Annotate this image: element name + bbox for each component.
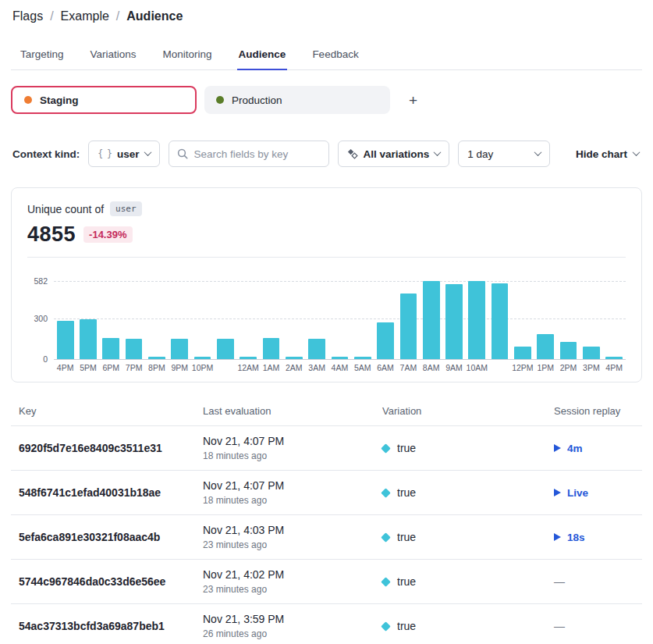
chevron-down-icon bbox=[434, 148, 442, 156]
y-tick-label: 0 bbox=[43, 354, 48, 364]
x-tick-label: 5AM bbox=[351, 363, 374, 372]
table-row[interactable]: 54ac37313bcfd3a69a87beb1Nov 21, 3:59 PM2… bbox=[11, 604, 642, 644]
x-tick-label: 3PM bbox=[580, 363, 602, 372]
table-row[interactable]: 6920f5d7e16e8409c3511e31Nov 21, 4:07 PM1… bbox=[11, 426, 642, 471]
search-field[interactable] bbox=[169, 141, 329, 167]
row-last-evaluation: Nov 21, 4:02 PM23 minutes ago bbox=[203, 568, 382, 595]
breadcrumb-separator: / bbox=[50, 9, 53, 23]
variation-value: true bbox=[397, 575, 416, 588]
variation-value: true bbox=[397, 620, 416, 632]
variation-diamond-icon bbox=[381, 621, 391, 632]
evaluation-time: Nov 21, 4:03 PM bbox=[203, 524, 382, 536]
tab-audience[interactable]: Audience bbox=[237, 42, 288, 69]
table-row[interactable]: 5efa6ca891e30321f08aac4bNov 21, 4:03 PM2… bbox=[11, 515, 642, 560]
context-kind-dropdown[interactable]: { } user bbox=[88, 141, 159, 167]
chart-bar-3pm-23 bbox=[583, 347, 600, 359]
row-key: 6920f5d7e16e8409c3511e31 bbox=[19, 442, 203, 454]
context-kind-badge: user bbox=[110, 201, 142, 216]
chart-bar-2am-10 bbox=[286, 357, 303, 359]
gridline bbox=[54, 359, 626, 360]
variation-value: true bbox=[397, 531, 416, 543]
staging-env-label: Staging bbox=[40, 94, 79, 106]
table-row[interactable]: 5744c967846da0c33d6e56eeNov 21, 4:02 PM2… bbox=[11, 560, 642, 604]
row-key: 54ac37313bcfd3a69a87beb1 bbox=[19, 620, 203, 632]
tab-feedback[interactable]: Feedback bbox=[311, 42, 360, 69]
x-tick-label: 10AM bbox=[466, 363, 488, 372]
evaluation-time: Nov 21, 4:07 PM bbox=[203, 435, 382, 447]
table-body: 6920f5d7e16e8409c3511e31Nov 21, 4:07 PM1… bbox=[11, 426, 642, 644]
x-tick-label: 1AM bbox=[260, 363, 282, 372]
chevron-down-icon bbox=[534, 148, 542, 156]
production-env-dot bbox=[216, 96, 224, 104]
chart-bar-8pm-4 bbox=[148, 357, 165, 359]
table-header: KeyLast evaluationVariationSession repla… bbox=[11, 397, 642, 426]
env-production-button[interactable]: Production bbox=[204, 86, 390, 114]
table-row[interactable]: 548f6741c1efad40031b18aeNov 21, 4:07 PM1… bbox=[11, 471, 642, 515]
variation-value: true bbox=[397, 442, 416, 454]
session-replay-link[interactable]: 18s bbox=[567, 532, 585, 543]
column-header-last-evaluation: Last evaluation bbox=[203, 405, 382, 417]
count-row: 4855 -14.39% bbox=[27, 222, 626, 247]
delta-badge: -14.39% bbox=[83, 226, 132, 243]
audience-table: KeyLast evaluationVariationSession repla… bbox=[11, 397, 642, 644]
hide-chart-toggle[interactable]: Hide chart bbox=[573, 148, 642, 160]
search-input[interactable] bbox=[194, 148, 321, 160]
breadcrumb-flags[interactable]: Flags bbox=[12, 9, 43, 23]
chart-bar-6am-14 bbox=[377, 322, 394, 359]
breadcrumb: Flags / Example / Audience bbox=[11, 8, 642, 23]
chevron-down-icon bbox=[633, 148, 641, 156]
environment-switcher: Staging Production + bbox=[11, 86, 642, 114]
breadcrumb-separator: / bbox=[116, 9, 119, 23]
no-replay-dash: — bbox=[554, 575, 565, 588]
context-kind-label: Context kind: bbox=[11, 148, 80, 160]
tab-monitoring[interactable]: Monitoring bbox=[161, 42, 214, 69]
row-session-replay: 4m bbox=[554, 443, 634, 454]
row-variation: true bbox=[382, 575, 554, 588]
chevron-down-icon bbox=[144, 148, 151, 156]
plot-area bbox=[54, 281, 626, 359]
column-header-key: Key bbox=[19, 405, 203, 417]
context-kind-value: user bbox=[117, 148, 140, 160]
variation-diamond-icon bbox=[381, 532, 391, 543]
unique-count-value: 4855 bbox=[27, 222, 76, 247]
time-range-select[interactable]: 1 day bbox=[458, 141, 550, 167]
hide-chart-label: Hide chart bbox=[576, 148, 627, 160]
row-variation: true bbox=[382, 442, 554, 454]
x-tick-label: 8AM bbox=[420, 363, 442, 372]
chart-bar-5am-13 bbox=[354, 357, 371, 359]
card-divider bbox=[27, 257, 626, 258]
search-icon bbox=[177, 148, 188, 159]
session-replay-link[interactable]: Live bbox=[567, 487, 588, 499]
variations-diamond-icon bbox=[347, 148, 358, 159]
evaluation-relative-time: 18 minutes ago bbox=[203, 450, 382, 461]
tab-variations[interactable]: Variations bbox=[89, 42, 138, 69]
x-tick-label: 10PM bbox=[191, 363, 214, 372]
evaluation-time: Nov 21, 4:02 PM bbox=[203, 568, 382, 581]
x-tick-label: 2PM bbox=[557, 363, 580, 372]
env-staging-button[interactable]: Staging bbox=[11, 86, 197, 114]
chart-title: Unique count of user bbox=[27, 201, 626, 216]
row-key: 5efa6ca891e30321f08aac4b bbox=[19, 531, 203, 543]
chart-bar-10am-18 bbox=[468, 281, 485, 359]
variations-filter-value: All variations bbox=[364, 148, 430, 160]
row-session-replay: — bbox=[554, 575, 634, 588]
chart-bar-3am-11 bbox=[308, 339, 325, 359]
production-env-label: Production bbox=[232, 94, 282, 106]
row-last-evaluation: Nov 21, 4:07 PM18 minutes ago bbox=[203, 479, 382, 506]
variations-filter-dropdown[interactable]: All variations bbox=[338, 141, 450, 167]
chart-bar-6pm-2 bbox=[102, 338, 119, 359]
chart-bar-12pm-20 bbox=[514, 347, 531, 359]
tab-targeting[interactable]: Targeting bbox=[19, 42, 66, 69]
chart-bar-2pm-22 bbox=[560, 342, 577, 359]
chart-bar-9am-17 bbox=[445, 284, 463, 359]
add-environment-button[interactable]: + bbox=[409, 93, 417, 108]
breadcrumb-example[interactable]: Example bbox=[61, 9, 109, 23]
chart-bar-8am-16 bbox=[423, 281, 440, 359]
evaluation-time: Nov 21, 4:07 PM bbox=[203, 479, 382, 492]
chart-bar-4am-12 bbox=[332, 357, 349, 359]
column-header-session-replay: Session replay bbox=[554, 405, 634, 417]
session-replay-link[interactable]: 4m bbox=[567, 443, 583, 454]
x-tick-label: 5PM bbox=[76, 363, 99, 372]
x-tick-label: 8PM bbox=[145, 363, 168, 372]
y-tick-label: 300 bbox=[34, 314, 48, 323]
